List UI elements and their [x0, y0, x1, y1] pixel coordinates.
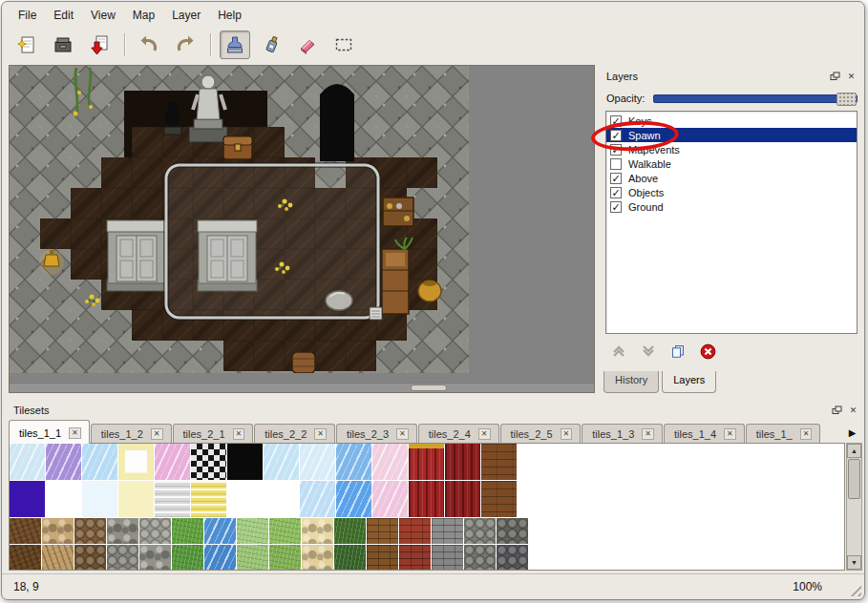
- tileset-tab-tiles_2_1[interactable]: tiles_2_1✕: [173, 424, 254, 444]
- layer-row-walkable[interactable]: Walkable: [606, 156, 857, 171]
- tileset-tile[interactable]: [464, 545, 496, 571]
- tileset-tile[interactable]: [172, 545, 203, 571]
- tileset-tile[interactable]: [204, 545, 236, 571]
- tileset-tile[interactable]: [336, 444, 371, 480]
- layer-row-mapevents[interactable]: ✓Mapevents: [606, 142, 857, 156]
- tileset-tile[interactable]: [300, 444, 335, 480]
- tileset-tile[interactable]: [464, 518, 496, 544]
- tab-close-icon[interactable]: ✕: [69, 427, 81, 439]
- float-tilesets-button[interactable]: [830, 404, 844, 416]
- tileset-tile[interactable]: [264, 481, 299, 517]
- tileset-vertical-scrollbar[interactable]: ▲ ▼: [846, 443, 862, 571]
- tileset-tile[interactable]: [139, 518, 171, 544]
- tileset-vscroll-thumb[interactable]: [848, 459, 860, 499]
- tileset-tile[interactable]: [107, 545, 138, 571]
- tileset-tile[interactable]: [302, 545, 333, 571]
- layer-row-keys[interactable]: ✓Keys: [606, 114, 857, 128]
- scroll-up-arrow[interactable]: ▲: [847, 444, 861, 458]
- layer-visibility-checkbox[interactable]: ✓: [610, 130, 622, 141]
- tileset-tab-tiles_1_1[interactable]: tiles_1_1✕: [9, 420, 90, 444]
- layer-row-spawn[interactable]: ✓Spawn: [606, 128, 857, 142]
- layer-visibility-checkbox[interactable]: [610, 158, 622, 170]
- tileset-tile[interactable]: [367, 518, 398, 544]
- tileset-tile[interactable]: [107, 518, 138, 544]
- open-button[interactable]: [48, 31, 78, 59]
- tileset-tile[interactable]: [497, 518, 528, 544]
- menu-map[interactable]: Map: [124, 5, 163, 26]
- tileset-tile[interactable]: [191, 481, 226, 517]
- tileset-tile[interactable]: [204, 518, 236, 544]
- tileset-tile[interactable]: [497, 545, 528, 571]
- tileset-tile[interactable]: [399, 518, 431, 544]
- close-tilesets-button[interactable]: ✕: [846, 404, 860, 416]
- new-button[interactable]: [11, 31, 42, 59]
- tab-close-icon[interactable]: ✕: [478, 428, 491, 440]
- tileset-tile[interactable]: [118, 444, 154, 480]
- tileset-tile[interactable]: [237, 545, 268, 571]
- tileset-tile[interactable]: [139, 545, 171, 571]
- opacity-slider[interactable]: [653, 94, 857, 103]
- layer-row-above[interactable]: ✓Above: [606, 171, 857, 185]
- window-resize-grip[interactable]: [847, 582, 861, 596]
- tileset-grid[interactable]: [9, 443, 845, 571]
- tileset-tile[interactable]: [481, 481, 517, 517]
- move-layer-down-button[interactable]: [640, 343, 657, 360]
- tileset-tile[interactable]: [10, 545, 41, 571]
- tileset-tile[interactable]: [46, 444, 81, 480]
- tab-scroll-right-button[interactable]: ▶: [844, 422, 860, 443]
- map-canvas[interactable]: [10, 66, 469, 373]
- tileset-tile[interactable]: [372, 481, 408, 517]
- undo-button[interactable]: [134, 31, 164, 59]
- tileset-tile[interactable]: [155, 444, 190, 480]
- tileset-tile[interactable]: [334, 545, 366, 571]
- tileset-tile[interactable]: [172, 518, 203, 544]
- tab-close-icon[interactable]: ✕: [396, 428, 409, 440]
- move-layer-up-button[interactable]: [610, 343, 627, 360]
- menu-layer[interactable]: Layer: [163, 5, 209, 26]
- tileset-tile[interactable]: [269, 518, 301, 544]
- tileset-tile[interactable]: [42, 518, 74, 544]
- delete-layer-button[interactable]: [699, 343, 716, 360]
- tileset-tile[interactable]: [445, 444, 480, 480]
- layer-visibility-checkbox[interactable]: ✓: [610, 115, 622, 127]
- tileset-tile[interactable]: [118, 481, 154, 517]
- map-horizontal-scrollbar[interactable]: [10, 383, 594, 392]
- tab-close-icon[interactable]: ✕: [724, 428, 736, 440]
- tileset-tile[interactable]: [409, 481, 444, 517]
- layer-visibility-checkbox[interactable]: ✓: [610, 173, 622, 184]
- menu-edit[interactable]: Edit: [45, 5, 82, 26]
- tileset-tile[interactable]: [432, 545, 463, 571]
- tileset-tab-tiles_1_[interactable]: tiles_1_✕: [746, 424, 821, 444]
- dock-tab-layers[interactable]: Layers: [662, 371, 716, 393]
- tileset-tile[interactable]: [155, 481, 190, 517]
- fill-tool-button[interactable]: [256, 31, 286, 59]
- dock-tab-history[interactable]: History: [603, 371, 659, 393]
- tileset-tile[interactable]: [227, 444, 263, 480]
- tileset-tile[interactable]: [42, 545, 74, 571]
- tileset-tab-tiles_2_3[interactable]: tiles_2_3✕: [336, 424, 417, 444]
- tileset-tile[interactable]: [10, 481, 45, 517]
- tileset-tile[interactable]: [191, 444, 226, 480]
- menu-help[interactable]: Help: [209, 5, 250, 26]
- float-dock-button[interactable]: [828, 70, 842, 82]
- tileset-tile[interactable]: [82, 444, 117, 480]
- opacity-slider-handle[interactable]: [836, 93, 857, 106]
- tileset-tile[interactable]: [481, 444, 517, 480]
- tileset-tile[interactable]: [74, 518, 106, 544]
- tab-close-icon[interactable]: ✕: [151, 428, 163, 440]
- tab-close-icon[interactable]: ✕: [642, 428, 654, 440]
- layer-visibility-checkbox[interactable]: ✓: [610, 187, 622, 198]
- tileset-tile[interactable]: [334, 518, 366, 544]
- tileset-tab-tiles_2_5[interactable]: tiles_2_5✕: [500, 424, 582, 444]
- menu-file[interactable]: File: [10, 5, 45, 26]
- layer-row-objects[interactable]: ✓Objects: [606, 185, 857, 199]
- tileset-tile[interactable]: [302, 518, 333, 544]
- close-dock-button[interactable]: ✕: [844, 70, 858, 82]
- tileset-tile[interactable]: [367, 545, 398, 571]
- redo-button[interactable]: [170, 31, 201, 59]
- tileset-tile[interactable]: [264, 444, 299, 480]
- tileset-tab-tiles_1_4[interactable]: tiles_1_4✕: [664, 424, 745, 444]
- tileset-tile[interactable]: [227, 481, 263, 517]
- tileset-tile[interactable]: [336, 481, 371, 517]
- layer-visibility-checkbox[interactable]: ✓: [610, 201, 622, 213]
